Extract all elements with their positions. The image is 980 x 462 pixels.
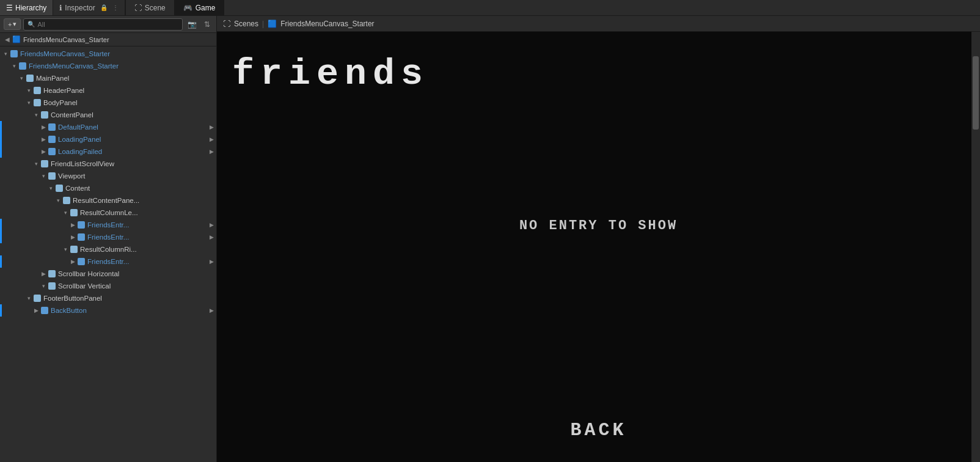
expand-arrow-mainpanel: ▾ — [17, 75, 26, 81]
tree-node-viewport[interactable]: ▾ Viewport — [0, 170, 216, 182]
node-label-1: FriendsMenuCanvas_Starter — [20, 50, 214, 57]
tree-node-resultcolumnri[interactable]: ▾ ResultColumnRi... — [0, 243, 216, 255]
expand-arrow-footerbuttonpanel: ▾ — [24, 295, 33, 301]
right-arrow-loadingfailed: ▶ — [210, 148, 214, 155]
tree-node-resultcontentpane[interactable]: ▾ ResultContentPane... — [0, 194, 216, 207]
dropdown-arrow-icon: ▾ — [13, 20, 16, 28]
breadcrumb-icon: 🟦 — [12, 35, 21, 43]
tree-node-mainpanel[interactable]: ▾ MainPanel — [0, 72, 216, 84]
node-label-mainpanel: MainPanel — [36, 75, 214, 82]
node-label-resultcolumnle: ResultColumnLe... — [80, 209, 214, 216]
tree-node-friendsentr3[interactable]: ▶ FriendsEntr... ▶ — [0, 255, 216, 268]
canvas-label: FriendsMenuCanvas_Starter — [280, 20, 374, 28]
more-options-icon[interactable]: ⋮ — [112, 4, 119, 11]
tree-node-headerpanel[interactable]: ▾ HeaderPanel — [0, 84, 216, 97]
tree-node-contentpanel[interactable]: ▾ ContentPanel — [0, 109, 216, 121]
search-icon: 🔍 — [27, 21, 35, 28]
node-icon-resultcontent — [62, 196, 71, 205]
scene-grid-icon: ⛶ — [134, 4, 142, 12]
node-label-backbutton: BackButton — [51, 307, 210, 314]
node-icon-loadingfailed — [48, 147, 56, 156]
node-icon-content — [55, 184, 64, 193]
node-icon-defaultpanel — [48, 123, 56, 131]
node-label-footerbuttonpanel: FooterButtonPanel — [43, 295, 214, 302]
tab-inspector[interactable]: ℹ Inspector 🔒 ⋮ — [53, 0, 125, 15]
node-icon-viewport — [48, 172, 56, 180]
tree-node-resultcolumnle[interactable]: ▾ ResultColumnLe... — [0, 207, 216, 219]
right-arrow-defaultpanel: ▶ — [210, 124, 214, 130]
expand-arrow-1: ▾ — [1, 51, 10, 57]
tree-node-friendsentr2[interactable]: ▶ FriendsEntr... ▶ — [0, 231, 216, 243]
node-icon-resultcolumnle — [70, 208, 78, 217]
expand-arrow-loadingpanel: ▶ — [39, 136, 48, 142]
breadcrumb-label: FriendsMenuCanvas_Starter — [23, 36, 109, 43]
expand-arrow-resultcolumnri: ▾ — [61, 246, 70, 252]
inspector-icon: ℹ — [59, 4, 62, 12]
node-label-resultcolumnri: ResultColumnRi... — [80, 246, 214, 253]
friends-no-entry: NO ENTRY TO SHOW — [519, 218, 678, 233]
tree-node-friendsentr1[interactable]: ▶ FriendsEntr... ▶ — [0, 219, 216, 231]
node-icon-headerpanel — [33, 86, 42, 95]
right-arrow-backbutton: ▶ — [210, 307, 214, 314]
game-scrollbar[interactable] — [971, 32, 980, 462]
tree-node-content[interactable]: ▾ Content — [0, 182, 216, 194]
tree-node-friendlistscrollview[interactable]: ▾ FriendListScrollView — [0, 158, 216, 170]
tree-node-1[interactable]: ▾ FriendsMenuCanvas_Starter — [0, 48, 216, 60]
right-panel: ⛶ Scenes | 🟦 FriendsMenuCanvas_Starter f… — [217, 16, 980, 462]
hierarchy-label: Hierarchy — [15, 4, 46, 12]
node-label-resultcontent: ResultContentPane... — [73, 197, 214, 204]
expand-arrow-resultcontent: ▾ — [54, 197, 62, 204]
node-label-friendsentr3: FriendsEntr... — [87, 258, 210, 265]
game-controller-icon: 🎮 — [183, 4, 192, 12]
tree-node-loadingpanel[interactable]: ▶ LoadingPanel ▶ — [0, 133, 216, 145]
node-icon-scrollbarh — [48, 270, 56, 278]
search-box[interactable]: 🔍 — [23, 18, 183, 31]
tree-node-loadingfailed[interactable]: ▶ LoadingFailed ▶ — [0, 145, 216, 158]
node-icon-friendsentr1 — [77, 221, 86, 229]
node-label-contentpanel: ContentPanel — [51, 111, 214, 119]
inspector-label: Inspector — [65, 4, 95, 12]
node-label-content: Content — [65, 185, 214, 192]
game-scrollbar-thumb[interactable] — [973, 56, 979, 130]
search-input[interactable] — [37, 21, 178, 28]
node-icon-resultcolumnri — [70, 245, 78, 254]
camera-icon[interactable]: 📷 — [185, 19, 199, 30]
node-label-friendsentr1: FriendsEntr... — [87, 221, 210, 229]
node-label-loadingfailed: LoadingFailed — [58, 148, 210, 155]
tree-node-scrollbar-v[interactable]: ▾ Scrollbar Vertical — [0, 280, 216, 292]
hierarchy-tree[interactable]: ▾ FriendsMenuCanvas_Starter ▾ FriendsMen… — [0, 46, 216, 462]
expand-arrow-defaultpanel: ▶ — [39, 124, 48, 130]
hierarchy-icon: ☰ — [6, 4, 13, 12]
tree-node-footerbuttonpanel[interactable]: ▾ FooterButtonPanel — [0, 292, 216, 304]
expand-arrow-scrollbarh: ▶ — [39, 271, 48, 277]
node-icon-loadingpanel — [48, 135, 56, 144]
scenes-icon: ⛶ — [223, 20, 230, 28]
friends-ui: friends NO ENTRY TO SHOW BACK — [217, 32, 980, 462]
add-button[interactable]: + ▾ — [4, 18, 21, 30]
lock-icon[interactable]: 🔒 — [100, 4, 108, 11]
sort-icon[interactable]: ⇅ — [202, 19, 213, 30]
right-arrow-friendsentr1: ▶ — [210, 222, 214, 228]
node-icon-scrollbarv — [48, 282, 56, 290]
tab-game[interactable]: 🎮 Game — [175, 0, 225, 15]
node-icon-1 — [10, 50, 18, 58]
tree-node-scrollbar-h[interactable]: ▶ Scrollbar Horizontal — [0, 268, 216, 280]
left-panel: + ▾ 🔍 📷 ⇅ ◀ 🟦 FriendsMenuCanvas_Starter … — [0, 16, 217, 462]
tab-scene[interactable]: ⛶ Scene — [125, 0, 175, 15]
tree-node-bodypanel[interactable]: ▾ BodyPanel — [0, 97, 216, 109]
tree-node-2[interactable]: ▾ FriendsMenuCanvas_Starter — [0, 60, 216, 72]
tree-node-backbutton[interactable]: ▶ BackButton ▶ — [0, 304, 216, 317]
scenes-label: Scenes — [234, 20, 258, 28]
tab-hierarchy[interactable]: ☰ Hierarchy — [0, 0, 53, 15]
back-arrow-icon[interactable]: ◀ — [5, 36, 10, 43]
tree-node-defaultpanel[interactable]: ▶ DefaultPanel ▶ — [0, 121, 216, 133]
node-label-bodypanel: BodyPanel — [43, 99, 214, 106]
expand-arrow-resultcolumnle: ▾ — [61, 210, 70, 216]
friends-back-button[interactable]: BACK — [570, 420, 626, 441]
node-label-viewport: Viewport — [58, 172, 214, 180]
node-label-defaultpanel: DefaultPanel — [58, 123, 210, 131]
canvas-icon: 🟦 — [268, 20, 277, 28]
expand-arrow-content: ▾ — [46, 185, 55, 191]
node-icon-contentpanel — [40, 111, 49, 119]
expand-arrow-scrollbarv: ▾ — [39, 283, 48, 289]
